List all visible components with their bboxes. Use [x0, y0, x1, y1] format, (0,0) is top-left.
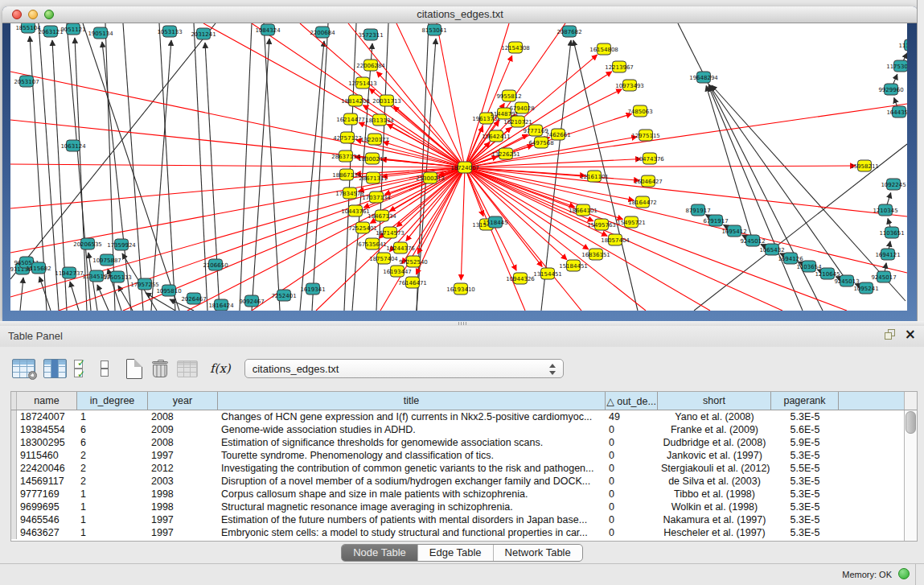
citation-edge-black[interactable]	[893, 74, 897, 84]
table-selector-dropdown[interactable]: citations_edges.txt	[244, 359, 564, 378]
cell-out_de[interactable]: 0	[606, 526, 658, 539]
paper-node-yellow[interactable]: 12154308	[501, 42, 530, 53]
paper-node-yellow[interactable]: 18814208	[341, 95, 370, 106]
cell-name[interactable]: 18300295	[17, 436, 77, 449]
paper-node-teal[interactable]: 10975887	[92, 254, 121, 266]
paper-node-yellow[interactable]: 12213967	[605, 61, 634, 72]
table-row[interactable]: 1830029562008Estimation of significance …	[11, 436, 904, 449]
cell-pagerank[interactable]: 5.3E-5	[771, 449, 839, 462]
table-row[interactable]: 946362711997Embryonic stem cells: a mode…	[11, 526, 904, 539]
paper-node-teal[interactable]: 17957255	[130, 278, 159, 290]
cell-title[interactable]: Embryonic stem cells: a model to study s…	[218, 526, 606, 539]
paper-node-teal[interactable]: 1644352	[886, 106, 907, 117]
paper-node-teal[interactable]: 8153041	[421, 24, 446, 35]
cell-title[interactable]: Genome-wide association studies in ADHD.	[218, 423, 606, 436]
cell-in_degree[interactable]: 1	[77, 513, 148, 526]
cell-out_de[interactable]: 0	[606, 462, 658, 475]
paper-node-teal[interactable]: 1816424	[208, 299, 234, 311]
cell-title[interactable]: Investigating the contribution of common…	[218, 462, 606, 475]
cell-name[interactable]: 9465546	[17, 513, 77, 526]
column-header-out_de[interactable]: △ out_de...	[606, 392, 658, 410]
cell-short[interactable]: Dudbridge et al. (2008)	[658, 436, 771, 449]
paper-node-yellow[interactable]: 18757404	[369, 253, 398, 264]
paper-node-yellow[interactable]: 20031713	[372, 95, 401, 106]
memory-status-icon[interactable]	[898, 568, 910, 579]
cell-pagerank[interactable]: 5.3E-5	[771, 410, 839, 423]
cell-year[interactable]: 1997	[148, 526, 218, 539]
paper-node-teal[interactable]: 1095810	[156, 285, 181, 296]
cell-title[interactable]: Corpus callosum shape and size in male p…	[218, 488, 606, 501]
cell-pagerank[interactable]: 5.3E-5	[771, 475, 839, 488]
paper-node-yellow[interactable]: 16193410	[446, 283, 475, 295]
cell-short[interactable]: Jankovic et al. (1997)	[658, 449, 771, 462]
cell-short[interactable]: Tibbo et al. (1998)	[658, 488, 771, 501]
cell-out_de[interactable]: 0	[606, 501, 658, 513]
paper-node-teal[interactable]: 1905134	[88, 27, 113, 39]
tab-network-table[interactable]: Network Table	[493, 545, 582, 561]
paper-node-teal[interactable]: 1694121	[875, 249, 900, 260]
cell-in_degree[interactable]: 6	[77, 436, 148, 449]
paper-node-yellow[interactable]: 76146471	[398, 277, 427, 288]
delete-column-icon[interactable]	[152, 360, 168, 378]
cell-pagerank[interactable]: 5.3E-5	[771, 501, 839, 513]
paper-node-yellow[interactable]: 16836151	[581, 249, 610, 260]
paper-node-yellow[interactable]: 67535641	[358, 238, 387, 249]
cell-year[interactable]: 2008	[148, 436, 218, 449]
cell-year[interactable]: 2012	[148, 462, 218, 475]
cell-title[interactable]: Structural magnetic resonance image aver…	[218, 501, 606, 513]
table-row[interactable]: 1456911722003Disruption of a novel membe…	[11, 475, 904, 488]
selection-mode-icon[interactable]: ✓ ✓	[74, 359, 92, 378]
cell-name[interactable]: 19384554	[17, 423, 77, 436]
paper-node-teal[interactable]: 9929960	[878, 84, 903, 95]
paper-node-yellow[interactable]: 7485063	[627, 105, 652, 117]
paper-node-yellow[interactable]: 12975115	[631, 130, 660, 141]
paper-node-teal[interactable]: 8791917	[685, 204, 710, 216]
paper-node-teal[interactable]: 6791917	[703, 215, 728, 226]
column-header-pagerank[interactable]: pagerank	[771, 392, 839, 410]
paper-node-teal[interactable]: 3572311	[358, 29, 383, 40]
paper-node-yellow[interactable]: 13154451	[533, 268, 562, 279]
cell-out_de[interactable]: 0	[606, 423, 658, 436]
cell-pagerank[interactable]: 5.3E-5	[771, 526, 839, 539]
cell-name[interactable]: 22420046	[17, 462, 77, 475]
cell-in_degree[interactable]: 1	[77, 526, 148, 539]
citation-edge[interactable]	[461, 172, 464, 280]
paper-node-teal[interactable]: 7252401	[271, 290, 296, 301]
cell-in_degree[interactable]: 2	[77, 475, 148, 488]
cell-name[interactable]: 9115460	[17, 449, 77, 462]
cell-name[interactable]: 9463627	[17, 526, 77, 539]
cell-out_de[interactable]: 0	[606, 513, 658, 526]
cell-name[interactable]: 9777169	[17, 488, 77, 501]
paper-node-teal[interactable]: 1084324	[255, 24, 281, 35]
cell-title[interactable]: Tourette syndrome. Phenomenology and cla…	[218, 449, 606, 462]
cell-short[interactable]: Yano et al. (2008)	[658, 410, 771, 423]
table-row[interactable]: 946554611997Estimation of the future num…	[11, 513, 904, 526]
paper-node-yellow[interactable]: 9777169	[523, 125, 548, 136]
cell-pagerank[interactable]: 5.9E-5	[771, 436, 839, 449]
cell-name[interactable]: 9699695	[17, 501, 77, 513]
cell-in_degree[interactable]: 1	[77, 501, 148, 513]
cell-out_de[interactable]: 0	[606, 436, 658, 449]
function-builder-icon[interactable]: f(x)	[210, 361, 231, 376]
paper-node-yellow[interactable]: 72525401	[348, 222, 377, 233]
float-window-icon[interactable]	[885, 329, 895, 340]
column-header-year[interactable]: year	[148, 392, 218, 410]
cell-year[interactable]: 2003	[148, 475, 218, 488]
create-column-icon[interactable]	[126, 359, 142, 379]
cell-pagerank[interactable]: 5.3E-5	[771, 513, 839, 526]
citation-edge[interactable]	[470, 166, 856, 167]
cell-year[interactable]: 1998	[148, 501, 218, 513]
paper-node-teal[interactable]: 1103651	[879, 227, 904, 238]
cell-in_degree[interactable]: 2	[77, 449, 148, 462]
cell-short[interactable]: Wolkin et al. (1998)	[658, 501, 771, 513]
paper-node-yellow[interactable]: 7462661	[545, 129, 570, 140]
network-view[interactable]: 1872400722006284127514131881420816214477…	[10, 23, 907, 311]
paper-node-teal[interactable]: 1210345	[873, 204, 897, 216]
cell-in_degree[interactable]: 1	[77, 488, 148, 501]
paper-node-teal[interactable]: 1053133	[157, 26, 182, 37]
column-header-in_degree[interactable]: in_degree	[77, 392, 148, 410]
cell-short[interactable]: de Silva et al. (2003)	[658, 475, 771, 488]
cell-title[interactable]: Changes of HCN gene expression and I(f) …	[218, 410, 606, 423]
table-row[interactable]: 2242004622012Investigating the contribut…	[11, 462, 904, 475]
paper-node-teal[interactable]: 1695412	[721, 225, 746, 237]
